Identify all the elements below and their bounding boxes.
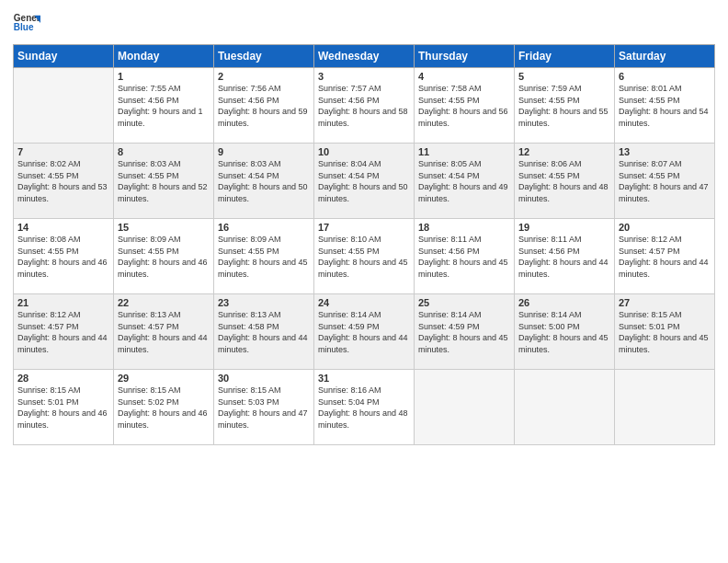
day-cell: 8Sunrise: 8:03 AMSunset: 4:55 PMDaylight… — [114, 144, 214, 219]
day-number: 30 — [218, 373, 310, 384]
day-number: 3 — [318, 71, 410, 82]
day-cell: 10Sunrise: 8:04 AMSunset: 4:54 PMDayligh… — [314, 144, 415, 219]
day-info: Sunrise: 8:12 AMSunset: 4:57 PMDaylight:… — [17, 309, 109, 355]
day-number: 25 — [418, 297, 510, 308]
day-info: Sunrise: 8:11 AMSunset: 4:56 PMDaylight:… — [418, 234, 510, 280]
day-info: Sunrise: 8:09 AMSunset: 4:55 PMDaylight:… — [218, 234, 310, 280]
day-number: 11 — [418, 146, 510, 157]
day-number: 18 — [418, 222, 510, 233]
day-info: Sunrise: 8:03 AMSunset: 4:54 PMDaylight:… — [218, 158, 310, 204]
day-cell: 26Sunrise: 8:14 AMSunset: 5:00 PMDayligh… — [515, 294, 615, 370]
day-cell: 24Sunrise: 8:14 AMSunset: 4:59 PMDayligh… — [314, 294, 415, 370]
day-cell: 28Sunrise: 8:15 AMSunset: 5:01 PMDayligh… — [14, 370, 114, 445]
weekday-tuesday: Tuesday — [214, 45, 314, 68]
day-number: 29 — [118, 373, 210, 384]
weekday-header-row: SundayMondayTuesdayWednesdayThursdayFrid… — [14, 45, 715, 68]
day-number: 12 — [518, 146, 610, 157]
day-info: Sunrise: 8:15 AMSunset: 5:01 PMDaylight:… — [17, 385, 109, 431]
day-cell: 13Sunrise: 8:07 AMSunset: 4:55 PMDayligh… — [615, 144, 715, 219]
day-number: 8 — [118, 146, 210, 157]
day-number: 21 — [17, 297, 109, 308]
day-cell: 25Sunrise: 8:14 AMSunset: 4:59 PMDayligh… — [415, 294, 515, 370]
calendar-container: General Blue SundayMondayTuesdayWednesda… — [0, 0, 728, 563]
day-info: Sunrise: 8:15 AMSunset: 5:01 PMDaylight:… — [619, 309, 711, 355]
day-cell: 5Sunrise: 7:59 AMSunset: 4:55 PMDaylight… — [515, 68, 615, 144]
day-number: 5 — [518, 71, 610, 82]
day-cell: 2Sunrise: 7:56 AMSunset: 4:56 PMDaylight… — [214, 68, 314, 144]
day-cell — [515, 370, 615, 445]
day-cell: 14Sunrise: 8:08 AMSunset: 4:55 PMDayligh… — [14, 219, 114, 294]
day-info: Sunrise: 8:04 AMSunset: 4:54 PMDaylight:… — [318, 158, 410, 204]
day-number: 7 — [17, 146, 109, 157]
day-cell: 17Sunrise: 8:10 AMSunset: 4:55 PMDayligh… — [314, 219, 415, 294]
day-info: Sunrise: 8:14 AMSunset: 4:59 PMDaylight:… — [418, 309, 510, 355]
day-info: Sunrise: 8:15 AMSunset: 5:03 PMDaylight:… — [218, 385, 310, 431]
weekday-friday: Friday — [515, 45, 615, 68]
day-cell: 31Sunrise: 8:16 AMSunset: 5:04 PMDayligh… — [314, 370, 415, 445]
day-info: Sunrise: 8:14 AMSunset: 4:59 PMDaylight:… — [318, 309, 410, 355]
day-number: 24 — [318, 297, 410, 308]
day-cell: 27Sunrise: 8:15 AMSunset: 5:01 PMDayligh… — [615, 294, 715, 370]
weekday-saturday: Saturday — [615, 45, 715, 68]
day-info: Sunrise: 7:58 AMSunset: 4:55 PMDaylight:… — [418, 83, 510, 129]
header: General Blue — [13, 9, 715, 37]
day-info: Sunrise: 8:08 AMSunset: 4:55 PMDaylight:… — [17, 234, 109, 280]
weekday-wednesday: Wednesday — [314, 45, 415, 68]
day-cell — [14, 68, 114, 144]
day-number: 14 — [17, 222, 109, 233]
day-info: Sunrise: 8:09 AMSunset: 4:55 PMDaylight:… — [118, 234, 210, 280]
week-row-2: 7Sunrise: 8:02 AMSunset: 4:55 PMDaylight… — [14, 144, 715, 219]
day-info: Sunrise: 8:06 AMSunset: 4:55 PMDaylight:… — [518, 158, 610, 204]
day-info: Sunrise: 8:10 AMSunset: 4:55 PMDaylight:… — [318, 234, 410, 280]
day-number: 26 — [518, 297, 610, 308]
day-info: Sunrise: 8:11 AMSunset: 4:56 PMDaylight:… — [518, 234, 610, 280]
day-number: 28 — [17, 373, 109, 384]
day-cell: 7Sunrise: 8:02 AMSunset: 4:55 PMDaylight… — [14, 144, 114, 219]
day-number: 6 — [619, 71, 711, 82]
day-cell: 23Sunrise: 8:13 AMSunset: 4:58 PMDayligh… — [214, 294, 314, 370]
day-cell: 9Sunrise: 8:03 AMSunset: 4:54 PMDaylight… — [214, 144, 314, 219]
day-cell — [615, 370, 715, 445]
weekday-thursday: Thursday — [415, 45, 515, 68]
day-info: Sunrise: 8:13 AMSunset: 4:57 PMDaylight:… — [118, 309, 210, 355]
day-info: Sunrise: 8:02 AMSunset: 4:55 PMDaylight:… — [17, 158, 109, 204]
day-info: Sunrise: 8:15 AMSunset: 5:02 PMDaylight:… — [118, 385, 210, 431]
calendar-table: SundayMondayTuesdayWednesdayThursdayFrid… — [13, 44, 715, 445]
day-number: 27 — [619, 297, 711, 308]
day-number: 1 — [118, 71, 210, 82]
day-info: Sunrise: 7:56 AMSunset: 4:56 PMDaylight:… — [218, 83, 310, 129]
day-number: 17 — [318, 222, 410, 233]
day-info: Sunrise: 8:12 AMSunset: 4:57 PMDaylight:… — [619, 234, 711, 280]
day-info: Sunrise: 8:03 AMSunset: 4:55 PMDaylight:… — [118, 158, 210, 204]
svg-text:Blue: Blue — [14, 22, 34, 32]
day-cell: 16Sunrise: 8:09 AMSunset: 4:55 PMDayligh… — [214, 219, 314, 294]
day-cell: 15Sunrise: 8:09 AMSunset: 4:55 PMDayligh… — [114, 219, 214, 294]
day-cell: 12Sunrise: 8:06 AMSunset: 4:55 PMDayligh… — [515, 144, 615, 219]
day-cell: 11Sunrise: 8:05 AMSunset: 4:54 PMDayligh… — [415, 144, 515, 219]
day-cell: 22Sunrise: 8:13 AMSunset: 4:57 PMDayligh… — [114, 294, 214, 370]
day-cell: 21Sunrise: 8:12 AMSunset: 4:57 PMDayligh… — [14, 294, 114, 370]
day-number: 4 — [418, 71, 510, 82]
day-number: 10 — [318, 146, 410, 157]
day-info: Sunrise: 8:01 AMSunset: 4:55 PMDaylight:… — [619, 83, 711, 129]
day-number: 19 — [518, 222, 610, 233]
day-cell: 29Sunrise: 8:15 AMSunset: 5:02 PMDayligh… — [114, 370, 214, 445]
day-number: 22 — [118, 297, 210, 308]
day-cell: 18Sunrise: 8:11 AMSunset: 4:56 PMDayligh… — [415, 219, 515, 294]
day-number: 23 — [218, 297, 310, 308]
day-number: 20 — [619, 222, 711, 233]
day-number: 31 — [318, 373, 410, 384]
day-info: Sunrise: 8:05 AMSunset: 4:54 PMDaylight:… — [418, 158, 510, 204]
day-info: Sunrise: 8:07 AMSunset: 4:55 PMDaylight:… — [619, 158, 711, 204]
day-info: Sunrise: 8:14 AMSunset: 5:00 PMDaylight:… — [518, 309, 610, 355]
logo-icon: General Blue — [13, 9, 40, 37]
day-cell: 6Sunrise: 8:01 AMSunset: 4:55 PMDaylight… — [615, 68, 715, 144]
logo: General Blue — [13, 9, 40, 37]
weekday-monday: Monday — [114, 45, 214, 68]
day-number: 2 — [218, 71, 310, 82]
day-info: Sunrise: 8:16 AMSunset: 5:04 PMDaylight:… — [318, 385, 410, 431]
week-row-4: 21Sunrise: 8:12 AMSunset: 4:57 PMDayligh… — [14, 294, 715, 370]
day-info: Sunrise: 7:57 AMSunset: 4:56 PMDaylight:… — [318, 83, 410, 129]
week-row-5: 28Sunrise: 8:15 AMSunset: 5:01 PMDayligh… — [14, 370, 715, 445]
week-row-3: 14Sunrise: 8:08 AMSunset: 4:55 PMDayligh… — [14, 219, 715, 294]
